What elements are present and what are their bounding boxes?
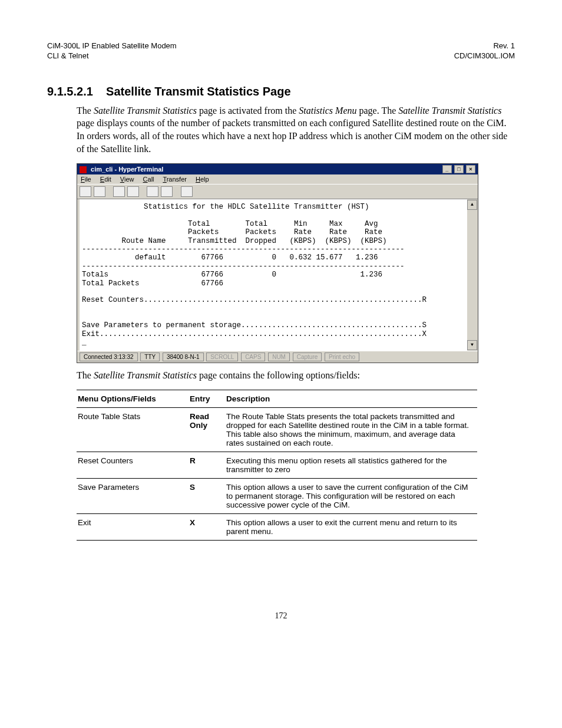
table-header-row: Menu Options/Fields Entry Description xyxy=(77,390,477,408)
col-entry: Entry xyxy=(189,390,225,408)
paragraph-1: The Satellite Transmit Statistics page i… xyxy=(77,104,515,155)
cell-description: This option allows a user to save the cu… xyxy=(225,479,477,514)
cell-option: Reset Counters xyxy=(77,452,189,479)
cell-entry: X xyxy=(189,514,225,541)
table-row: Reset CountersRExecuting this menu optio… xyxy=(77,452,477,479)
cell-entry: S xyxy=(189,479,225,514)
status-scroll: SCROLL xyxy=(206,353,238,361)
status-capture: Capture xyxy=(293,353,322,361)
status-connected: Connected 3:13:32 xyxy=(80,353,138,361)
close-icon[interactable]: × xyxy=(466,165,475,173)
menu-transfer[interactable]: Transfer xyxy=(163,176,187,183)
status-printecho: Print echo xyxy=(325,353,359,361)
options-table: Menu Options/Fields Entry Description Ro… xyxy=(77,390,477,541)
header-left-1: CiM-300L IP Enabled Satellite Modem xyxy=(47,41,177,51)
cell-option: Exit xyxy=(77,514,189,541)
window-title: cim_cli - HyperTerminal xyxy=(91,166,163,173)
menu-help[interactable]: Help xyxy=(196,176,209,183)
app-icon xyxy=(80,166,87,173)
tb-hangup-icon[interactable] xyxy=(127,186,139,197)
cell-description: The Route Table Stats presents the total… xyxy=(225,408,477,452)
running-header: CiM-300L IP Enabled Satellite Modem CLI … xyxy=(47,41,515,61)
status-num: NUM xyxy=(268,353,290,361)
tb-call-icon[interactable] xyxy=(113,186,125,197)
status-line: 38400 8-N-1 xyxy=(163,353,204,361)
header-right-2: CD/CIM300L.IOM xyxy=(454,51,515,61)
header-left-2: CLI & Telnet xyxy=(47,51,177,61)
cell-entry: R xyxy=(189,452,225,479)
tb-props-icon[interactable] xyxy=(181,186,193,197)
status-caps: CAPS xyxy=(241,353,265,361)
tb-new-icon[interactable] xyxy=(80,186,91,197)
cell-option: Save Parameters xyxy=(77,479,189,514)
section-title-text: Satellite Transmit Statistics Page xyxy=(106,85,290,98)
statusbar: Connected 3:13:32 TTY 38400 8-N-1 SCROLL… xyxy=(77,351,478,363)
menubar: File Edit View Call Transfer Help xyxy=(77,174,478,184)
cell-description: This option allows a user to exit the cu… xyxy=(225,514,477,541)
header-right-1: Rev. 1 xyxy=(454,41,515,51)
table-row: Route Table StatsRead OnlyThe Route Tabl… xyxy=(77,408,477,452)
col-menu: Menu Options/Fields xyxy=(77,390,189,408)
toolbar xyxy=(77,184,478,199)
section-number: 9.1.5.2.1 xyxy=(47,85,93,98)
cell-option: Route Table Stats xyxy=(77,408,189,452)
terminal-output: Statistics for the HDLC Satellite Transm… xyxy=(77,199,478,350)
scroll-down-icon[interactable]: ▼ xyxy=(467,340,477,350)
paragraph-2: The Satellite Transmit Statistics page c… xyxy=(77,369,515,382)
maximize-icon[interactable]: □ xyxy=(454,165,464,173)
minimize-icon[interactable]: _ xyxy=(442,165,452,173)
tb-recv-icon[interactable] xyxy=(161,186,173,197)
tb-send-icon[interactable] xyxy=(147,186,158,197)
tb-open-icon[interactable] xyxy=(94,186,105,197)
menu-view[interactable]: View xyxy=(120,176,134,183)
status-emulation: TTY xyxy=(140,353,160,361)
menu-call[interactable]: Call xyxy=(143,176,154,183)
window-titlebar: cim_cli - HyperTerminal _ □ × xyxy=(77,164,478,174)
table-row: Save ParametersSThis option allows a use… xyxy=(77,479,477,514)
col-desc: Description xyxy=(225,390,477,408)
window-buttons: _ □ × xyxy=(442,165,475,173)
cell-entry: Read Only xyxy=(189,408,225,452)
hyperterminal-screenshot: cim_cli - HyperTerminal _ □ × File Edit … xyxy=(77,163,478,363)
section-heading: 9.1.5.2.1 Satellite Transmit Statistics … xyxy=(47,85,515,98)
menu-edit[interactable]: Edit xyxy=(100,176,111,183)
scroll-up-icon[interactable]: ▲ xyxy=(467,200,477,210)
page-number: 172 xyxy=(47,611,515,621)
cell-description: Executing this menu option resets all st… xyxy=(225,452,477,479)
table-row: ExitXThis option allows a user to exit t… xyxy=(77,514,477,541)
menu-file[interactable]: File xyxy=(81,176,91,183)
